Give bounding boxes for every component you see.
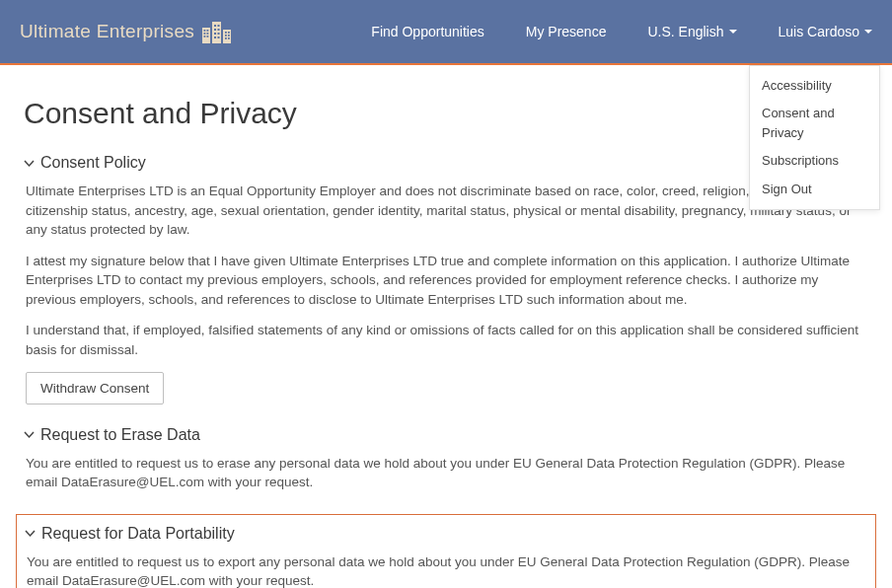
svg-rect-21 xyxy=(225,37,227,39)
svg-rect-11 xyxy=(214,29,216,31)
section-body: Ultimate Enterprises LTD is an Equal Opp… xyxy=(24,182,868,404)
page-title: Consent and Privacy xyxy=(24,97,868,130)
section-erase-data: Request to Erase Data You are entitled t… xyxy=(24,426,868,492)
erase-data-text: You are entitled to request us to erase … xyxy=(26,454,868,492)
top-navbar: Ultimate Enterprises xyxy=(0,0,892,65)
policy-paragraph: I attest my signature below that I have … xyxy=(26,252,868,310)
section-data-portability: Request for Data Portability You are ent… xyxy=(16,514,876,588)
svg-rect-6 xyxy=(207,33,209,35)
caret-down-icon xyxy=(864,30,872,34)
menu-item-subscriptions[interactable]: Subscriptions xyxy=(750,147,879,175)
policy-paragraph: I understand that, if employed, falsifie… xyxy=(26,321,868,359)
svg-rect-19 xyxy=(225,35,227,37)
svg-rect-8 xyxy=(207,36,209,37)
chevron-down-icon xyxy=(24,158,35,169)
svg-rect-9 xyxy=(214,25,216,27)
nav-link-label: U.S. English xyxy=(647,24,723,39)
section-title: Request for Data Portability xyxy=(41,525,235,543)
chevron-down-icon xyxy=(24,429,35,440)
nav-language-dropdown[interactable]: U.S. English xyxy=(647,24,736,39)
menu-item-consent-privacy[interactable]: Consent and Privacy xyxy=(750,100,879,147)
svg-rect-15 xyxy=(214,37,216,38)
svg-rect-17 xyxy=(225,32,227,34)
nav-items: Find Opportunities My Presence U.S. Engl… xyxy=(371,24,872,39)
section-toggle-consent-policy[interactable]: Consent Policy xyxy=(24,154,868,172)
nav-my-presence[interactable]: My Presence xyxy=(526,24,607,39)
section-title: Request to Erase Data xyxy=(40,426,200,444)
svg-rect-0 xyxy=(202,28,210,43)
svg-rect-14 xyxy=(218,33,220,35)
section-toggle-erase-data[interactable]: Request to Erase Data xyxy=(24,426,868,444)
svg-rect-1 xyxy=(212,22,221,43)
section-body: You are entitled to request us to export… xyxy=(25,552,867,588)
menu-item-sign-out[interactable]: Sign Out xyxy=(750,176,879,203)
svg-rect-2 xyxy=(223,30,231,43)
nav-link-label: Luis Cardoso xyxy=(779,24,860,39)
withdraw-consent-button[interactable]: Withdraw Consent xyxy=(26,372,164,404)
nav-user-dropdown[interactable]: Luis Cardoso xyxy=(779,24,873,39)
buildings-icon xyxy=(202,20,234,43)
svg-rect-7 xyxy=(204,36,206,37)
section-body: You are entitled to request us to erase … xyxy=(24,454,868,492)
chevron-down-icon xyxy=(25,528,36,539)
caret-down-icon xyxy=(729,30,737,34)
nav-find-opportunities[interactable]: Find Opportunities xyxy=(371,24,483,39)
user-dropdown-menu: Accessibility Consent and Privacy Subscr… xyxy=(749,65,880,210)
svg-rect-10 xyxy=(218,25,220,27)
svg-rect-13 xyxy=(214,33,216,35)
nav-link-label: Find Opportunities xyxy=(371,24,483,39)
svg-rect-20 xyxy=(228,35,230,37)
svg-rect-12 xyxy=(218,29,220,31)
section-title: Consent Policy xyxy=(40,154,146,172)
policy-paragraph: Ultimate Enterprises LTD is an Equal Opp… xyxy=(26,182,868,240)
nav-link-label: My Presence xyxy=(526,24,607,39)
portability-text: You are entitled to request us to export… xyxy=(27,552,867,588)
section-toggle-data-portability[interactable]: Request for Data Portability xyxy=(25,525,867,543)
svg-rect-5 xyxy=(204,33,206,35)
svg-rect-3 xyxy=(204,30,206,32)
svg-rect-4 xyxy=(207,30,209,32)
brand: Ultimate Enterprises xyxy=(20,20,234,43)
svg-rect-18 xyxy=(228,32,230,34)
svg-rect-16 xyxy=(218,37,220,38)
menu-item-accessibility[interactable]: Accessibility xyxy=(750,72,879,100)
svg-rect-22 xyxy=(228,37,230,39)
section-consent-policy: Consent Policy Ultimate Enterprises LTD … xyxy=(24,154,868,404)
brand-name: Ultimate Enterprises xyxy=(20,21,194,42)
